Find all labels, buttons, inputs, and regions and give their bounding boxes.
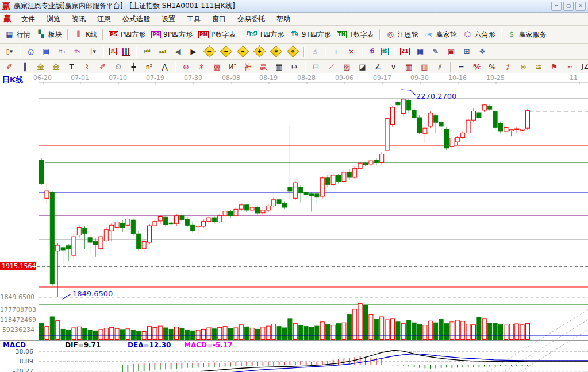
menu-item-2[interactable]: 浏览 <box>41 13 66 25</box>
tool-grab-tool-button[interactable]: 爪 <box>106 46 120 57</box>
menu-item-6[interactable]: 设置 <box>156 13 180 25</box>
close-button[interactable]: ✕ <box>575 2 586 11</box>
draw-gray-band-button[interactable]: ⊟ <box>308 61 324 73</box>
draw-time-cycle-button[interactable]: ⏲ <box>110 61 126 73</box>
tool-purple-tool-button[interactable]: 币 <box>365 46 378 57</box>
volume-bar <box>304 327 308 340</box>
draw-parallel-lines-button[interactable]: ⫽ <box>432 61 448 73</box>
tool-export-disk-button[interactable]: ⊞ <box>459 45 475 58</box>
main-winner-service-button[interactable]: $赢家服务 <box>504 28 549 41</box>
candle-body <box>88 238 92 242</box>
tool-chart-9-button[interactable]: ⌗₉ <box>70 45 85 58</box>
title-bar[interactable]: 赢 赢家江恩专业版[赢家内部服务平台] - [上证指数 SH1A0001-111… <box>0 0 588 13</box>
draw-angle-tool-button[interactable]: ⋀ <box>157 61 172 73</box>
menu-item-3[interactable]: 资讯 <box>67 13 91 25</box>
minimize-button[interactable]: ─ <box>551 2 562 11</box>
menu-item-7[interactable]: 工具 <box>182 13 206 25</box>
main-ninep-square-button[interactable]: P99P四方形 <box>148 28 195 41</box>
draw-trend-angle-button[interactable]: ∠ <box>370 61 386 73</box>
maximize-button[interactable]: ▢ <box>563 2 574 11</box>
menu-item-5[interactable]: 公式选股 <box>117 13 155 25</box>
main-hexagon-button[interactable]: ⬡六角形 <box>460 28 498 41</box>
tool-candle-width-dropdown-button[interactable]: ∣▾ <box>85 45 101 58</box>
main-ninet-square-button[interactable]: T99T四方形 <box>287 28 333 41</box>
draw-j-angle-button[interactable]: J∠ <box>578 61 588 73</box>
draw-extend-right-button[interactable]: ↦ <box>287 61 302 73</box>
tool-move-all-diamond-button[interactable]: ✥ <box>285 45 301 57</box>
draw-red-fan-button[interactable]: ⟋ <box>324 61 339 73</box>
draw-red-pencil-button[interactable]: ✐ <box>95 61 110 73</box>
main-p-number-table-button[interactable]: PNP数字表 <box>195 28 239 41</box>
main-t-number-table-button[interactable]: TNT数字表 <box>334 28 377 41</box>
main-winner-wheel-button[interactable]: 🄑赢家轮 <box>421 28 460 41</box>
menu-item-1[interactable]: 文件 <box>16 13 40 25</box>
tool-pattern-wave-button[interactable]: ◶ <box>23 45 39 58</box>
draw-brush-tool-button[interactable]: ✐ <box>2 61 17 73</box>
tool-zoom-all-diamond-button[interactable]: ✚ <box>251 45 268 57</box>
tool-notepad-button[interactable]: ✎ <box>428 45 444 58</box>
main-p-square-button[interactable]: PSP四方形 <box>106 28 148 41</box>
tool-calendar-21-button[interactable]: 21 <box>397 46 413 57</box>
draw-red-grid-button[interactable]: ▩ <box>209 61 225 73</box>
draw-flag-marker-button[interactable]: ⚑ <box>547 61 562 73</box>
draw-red-matrix-a-button[interactable]: ▦ <box>401 61 417 73</box>
tool-first-page-button[interactable]: ⏮ <box>139 45 155 58</box>
tool-chart-3-button[interactable]: ⌗₃ <box>54 45 70 58</box>
menu-item-4[interactable]: 江恩 <box>92 13 116 25</box>
main-gann-wheel-button[interactable]: ◎江恩轮 <box>383 28 421 41</box>
draw-number-grid-button[interactable]: ▦ <box>271 61 287 73</box>
draw-spiral-tool-button[interactable]: ⌇ <box>79 61 95 73</box>
tool-info-doc-button[interactable]: ▤ <box>39 45 54 58</box>
draw-red-matrix-b-button[interactable]: ▥ <box>417 61 432 73</box>
draw-red-wave-button[interactable]: ≈ <box>562 61 578 73</box>
chart-canvas[interactable]: 日K线 2270.2700 1849.6500 1915.1564 1849.6… <box>0 73 588 372</box>
candle-width-dropdown: ∣▾ <box>88 47 98 56</box>
draw-t-level-tool-button[interactable]: Ŧ <box>64 61 79 73</box>
gold-gann-b-icon: 金 <box>51 63 61 72</box>
tool-last-page-button[interactable]: ⏭ <box>155 45 170 58</box>
draw-percent-lines-button[interactable]: ⁒ <box>500 61 516 73</box>
draw-gold-circle-lines-button[interactable]: ⊜ <box>516 61 531 73</box>
draw-percent-table-button[interactable]: ≣ <box>454 61 469 73</box>
menu-item-9[interactable]: 交易委托 <box>232 13 270 25</box>
draw-wave-mark-button[interactable]: И″ <box>225 61 240 73</box>
tool-next-bar-button[interactable]: ▶ <box>186 45 201 58</box>
kline-chart-svg[interactable] <box>0 73 588 372</box>
main-kline-candles-button[interactable]: ⫼K线 <box>71 28 100 41</box>
menu-item-8[interactable]: 窗口 <box>207 13 231 25</box>
draw-gold-wave-lines-button[interactable]: ≊ <box>531 61 547 73</box>
draw-zigzag-button[interactable]: ∨ <box>386 61 401 73</box>
draw-half-box-button[interactable]: ◪ <box>355 61 370 73</box>
draw-gold-gann-a-button[interactable]: 金 <box>33 61 48 73</box>
tool-data-service-button[interactable]: ❖ <box>475 45 490 58</box>
tool-pan-left-diamond-button[interactable]: ← <box>201 45 218 57</box>
main-quotes-grid-button[interactable]: ▦行情 <box>2 28 33 41</box>
tool-crosshair-button[interactable]: ＋ <box>328 45 344 58</box>
tool-teal-lines-button[interactable]: 线 <box>378 46 391 57</box>
tool-candle-style-dropdown-button[interactable]: ▯▾ <box>2 45 17 58</box>
draw-ruler-tool-button[interactable]: ╫ <box>17 61 33 73</box>
draw-gann-fan-center-button[interactable]: ✳ <box>194 61 209 73</box>
tool-save-disk-button[interactable]: ▣ <box>444 45 459 58</box>
draw-gold-gann-b-button[interactable]: 金 <box>48 61 64 73</box>
main-t-square-button[interactable]: TST四方形 <box>244 28 287 41</box>
draw-hatch-box-button[interactable]: ▨ <box>339 61 355 73</box>
draw-percent-button[interactable]: % <box>485 61 500 73</box>
draw-shen-tool-button[interactable]: 神 <box>240 61 256 73</box>
tool-color-histogram-button[interactable] <box>120 46 133 57</box>
tool-hand-drag-button[interactable]: ☝ <box>307 45 322 58</box>
tool-prev-bar-button[interactable]: ◀ <box>170 45 186 58</box>
main-sectors-blocks-button[interactable]: ▚板块 <box>33 28 65 41</box>
tool-zoom-h-diamond-button[interactable]: ↔ <box>235 45 251 57</box>
draw-red-crosshair-button[interactable]: ⊕ <box>178 61 194 73</box>
tool-expand-diamond-button[interactable]: ✱ <box>268 45 285 57</box>
tool-calculator-button[interactable]: ▦ <box>413 45 428 58</box>
tool-erase-line-button[interactable]: ⨯ <box>344 45 359 58</box>
tool-pan-right-diamond-button[interactable]: → <box>218 45 235 57</box>
menu-item-10[interactable]: 帮助 <box>271 13 295 25</box>
draw-grid-ruler-button[interactable]: ╪ <box>126 61 141 73</box>
draw-square-of-nine-button[interactable]: n² <box>141 61 157 73</box>
volume-bar <box>455 320 459 340</box>
draw-win-tool-button[interactable]: 赢 <box>256 61 271 73</box>
draw-percent-slash-button[interactable]: ℀ <box>469 61 485 73</box>
